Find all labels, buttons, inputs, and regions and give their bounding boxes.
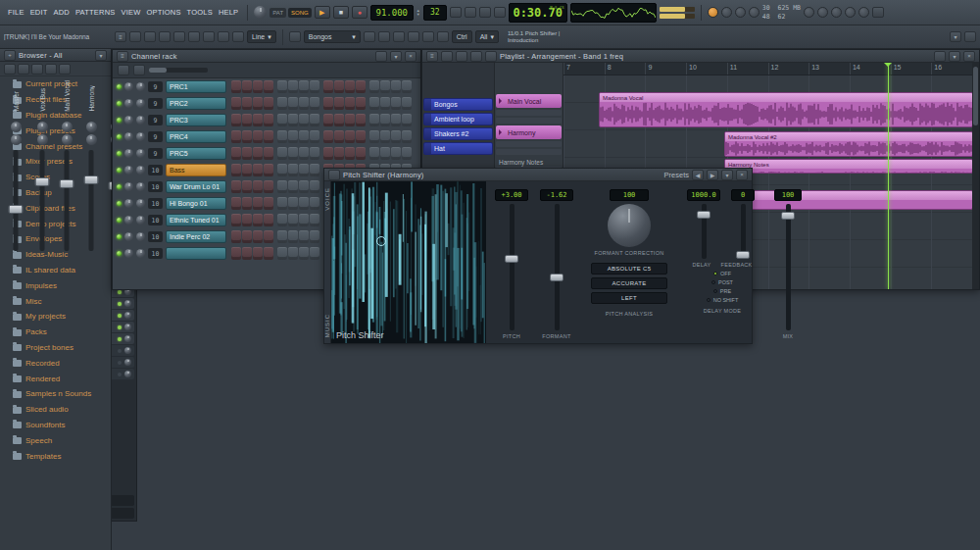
slip-icon[interactable] bbox=[218, 31, 229, 42]
step-cell[interactable] bbox=[345, 80, 355, 93]
formant-correction-value[interactable]: 100 bbox=[610, 189, 649, 201]
keyboard-editor-icon[interactable] bbox=[133, 65, 145, 75]
step-cell[interactable] bbox=[369, 147, 379, 160]
step-cell[interactable] bbox=[264, 230, 273, 243]
step-cell[interactable] bbox=[253, 197, 263, 210]
channel-volume-knob[interactable] bbox=[136, 216, 145, 225]
timeline-bar-number[interactable]: 16 bbox=[931, 63, 972, 75]
playlist-track-group[interactable]: Harmony bbox=[496, 125, 562, 139]
playlist-pencil-icon[interactable] bbox=[441, 51, 453, 62]
step-cell[interactable] bbox=[277, 97, 287, 110]
step-cell[interactable] bbox=[253, 164, 263, 176]
mixer-track-number[interactable]: 10 bbox=[148, 215, 163, 225]
step-cell[interactable] bbox=[323, 130, 333, 143]
plugin-detach-icon[interactable]: ▾ bbox=[721, 170, 733, 180]
step-cell[interactable] bbox=[310, 164, 319, 176]
mixer-track-number[interactable]: 9 bbox=[148, 81, 163, 92]
step-cell[interactable] bbox=[402, 130, 412, 143]
step-cell[interactable] bbox=[277, 114, 287, 126]
channel-pan-knob[interactable] bbox=[124, 182, 133, 191]
mixer-track-number[interactable]: 9 bbox=[148, 115, 163, 125]
channel-pan-knob[interactable] bbox=[124, 216, 133, 225]
mixer-track-number[interactable]: 10 bbox=[148, 248, 163, 259]
step-cell[interactable] bbox=[242, 180, 252, 193]
channel-pan-knob[interactable] bbox=[124, 166, 133, 175]
slot-enable-led[interactable] bbox=[118, 302, 122, 306]
strip-stereo-knob[interactable] bbox=[86, 134, 97, 145]
pencil-icon[interactable] bbox=[159, 31, 171, 42]
step-cell[interactable] bbox=[277, 214, 287, 226]
record-button[interactable]: ● bbox=[352, 6, 368, 19]
timeline-bar-number[interactable]: 9 bbox=[645, 63, 686, 75]
step-cell[interactable] bbox=[288, 197, 298, 210]
pat-toggle[interactable]: PAT bbox=[270, 8, 286, 18]
channel-pan-knob[interactable] bbox=[124, 199, 133, 208]
strip-fader[interactable] bbox=[55, 148, 78, 253]
playlist-detach-icon[interactable]: ▾ bbox=[949, 51, 960, 62]
feedback-value[interactable]: 0 bbox=[731, 189, 755, 201]
step-cell[interactable] bbox=[310, 130, 319, 143]
timeline-bar-number[interactable]: 10 bbox=[686, 63, 727, 75]
menu-help[interactable]: HELP bbox=[216, 8, 241, 17]
strip-stereo-knob[interactable] bbox=[62, 134, 73, 145]
browser-item[interactable]: Rendered bbox=[0, 371, 111, 386]
step-cell[interactable] bbox=[310, 97, 319, 110]
browser-tab-icon[interactable] bbox=[4, 64, 16, 75]
channel-pan-knob[interactable] bbox=[124, 232, 133, 241]
step-cell[interactable] bbox=[345, 97, 355, 110]
mixer-track-number[interactable]: 10 bbox=[148, 198, 163, 209]
step-cell[interactable] bbox=[231, 147, 241, 160]
step-cell[interactable] bbox=[299, 114, 309, 126]
slot-enable-led[interactable] bbox=[118, 314, 122, 318]
step-cell[interactable] bbox=[288, 164, 298, 176]
step-cell[interactable] bbox=[242, 214, 252, 226]
pitch-slider[interactable] bbox=[510, 204, 514, 330]
channel-enable-led[interactable] bbox=[117, 118, 122, 123]
step-cell[interactable] bbox=[391, 80, 401, 93]
monitor-icon[interactable] bbox=[872, 7, 884, 18]
tab-voice[interactable]: VOICE bbox=[324, 187, 330, 211]
step-cell[interactable] bbox=[231, 180, 241, 193]
step-cell[interactable] bbox=[253, 230, 263, 243]
browser-item[interactable]: Recorded bbox=[0, 355, 111, 371]
step-cell[interactable] bbox=[242, 80, 252, 93]
channel-button[interactable] bbox=[166, 247, 226, 260]
timeline-bar-number[interactable]: 11 bbox=[727, 63, 768, 75]
browser-item[interactable]: Sliced audio bbox=[0, 402, 111, 418]
menu-file[interactable]: FILE bbox=[5, 8, 27, 17]
tempo-display[interactable]: 91.000 bbox=[370, 5, 414, 21]
step-cell[interactable] bbox=[299, 197, 309, 210]
accurate-button[interactable]: ACCURATE bbox=[591, 277, 667, 289]
step-cell[interactable] bbox=[231, 164, 241, 176]
step-cell[interactable] bbox=[253, 214, 263, 226]
browser-tab-icon[interactable] bbox=[18, 64, 29, 75]
rack-menu-icon[interactable]: ≡ bbox=[117, 51, 128, 62]
strip-pan-knob[interactable] bbox=[11, 122, 22, 132]
step-cell[interactable] bbox=[310, 197, 319, 210]
playlist-close-icon[interactable]: × bbox=[963, 51, 975, 62]
tempo-steppers[interactable]: ▲▼ bbox=[416, 9, 420, 17]
slot-mix-knob[interactable] bbox=[124, 371, 131, 377]
channel-volume-knob[interactable] bbox=[136, 249, 145, 258]
menu-tools[interactable]: TOOLS bbox=[184, 8, 216, 17]
formant-slider[interactable] bbox=[555, 204, 560, 330]
slot-mix-knob[interactable] bbox=[124, 312, 131, 319]
step-cell[interactable] bbox=[264, 197, 273, 210]
strip-stereo-knob[interactable] bbox=[37, 134, 48, 145]
step-cell[interactable] bbox=[253, 147, 263, 160]
tab-music[interactable]: MUSIC bbox=[324, 314, 330, 337]
plugin-titlebar[interactable]: Pitch Shifter (Harmony) Presets ◀ ▶ ▾ × bbox=[324, 169, 752, 181]
delay-mode-noshift[interactable]: NO SHIFT bbox=[707, 297, 739, 303]
step-cell[interactable] bbox=[299, 214, 309, 226]
step-cell[interactable] bbox=[242, 197, 252, 210]
channel-volume-knob[interactable] bbox=[136, 99, 145, 108]
step-cell[interactable] bbox=[277, 164, 287, 176]
step-cell[interactable] bbox=[310, 180, 319, 193]
quantize-icon[interactable] bbox=[378, 31, 390, 42]
step-cell[interactable] bbox=[391, 147, 401, 160]
step-cell[interactable] bbox=[334, 147, 344, 160]
midi-icon[interactable] bbox=[749, 7, 760, 18]
step-cell[interactable] bbox=[288, 180, 298, 193]
picker-item[interactable]: Hat bbox=[423, 142, 493, 155]
feedback-slider[interactable] bbox=[741, 204, 746, 259]
